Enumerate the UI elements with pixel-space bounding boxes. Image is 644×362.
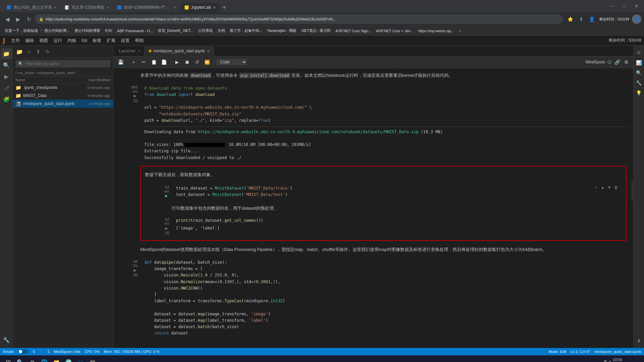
tab-active-4[interactable]: 🟨 JupyterLab ✕ [180, 3, 220, 12]
run-indicator-3[interactable]: ▶ [164, 193, 169, 199]
bookmark-third[interactable]: 第三节：必备中间... [228, 28, 264, 34]
refresh-button[interactable]: ↻ [44, 48, 52, 56]
menu-run[interactable]: 运行 [51, 37, 64, 44]
tab-close-3[interactable]: ✕ [174, 6, 176, 9]
file-item-notebook[interactable]: 📓 mindspore_quick_start.ipynb a minute a… [13, 100, 113, 108]
menu-kernel[interactable]: 内核 [65, 37, 78, 44]
tab-notebook-active[interactable]: mindspore_quick_start.ipynb ✕ [144, 46, 214, 56]
reload-button[interactable]: ↻ [24, 14, 34, 24]
save-button[interactable]: 💾 [116, 58, 125, 66]
tab-inactive-3[interactable]: 🟦 徐涛+13960699696+产品体验评 ✕ [113, 3, 180, 12]
bookmark-net[interactable]: .NET笔记 - 垂川民 [299, 28, 333, 34]
new-file-button[interactable]: + [25, 48, 33, 56]
menu-settings[interactable]: 设置 [119, 37, 132, 44]
notebook-tab-close[interactable]: ✕ [207, 49, 210, 53]
sidebar-puzzle-icon[interactable]: 🧩 [1, 94, 12, 105]
bookmark-yugong2[interactable]: 愚公代码的博客 [73, 28, 102, 34]
right-sidebar-btn-2[interactable]: 📊 [635, 58, 643, 67]
vscode-taskbar[interactable]: ⬡ [75, 357, 86, 362]
sidebar-git-icon[interactable]: ⎇ [1, 83, 12, 93]
sidebar-build-icon[interactable]: 🔧 [1, 334, 12, 345]
new-folder-button[interactable]: 📁 [15, 48, 24, 56]
menu-file[interactable]: 文件 [9, 37, 22, 44]
bookmark-company[interactable]: 公司系统 [196, 28, 215, 34]
tab-inactive-1[interactable]: 🟦 愚公代码_愚公文字系 ✕ [3, 3, 61, 12]
bookmark-aspnet2[interactable]: ASP.NET Core + Jen... [374, 28, 416, 34]
search-taskbar[interactable]: 🔍 [15, 357, 26, 362]
run-cell-button[interactable]: ▶ [173, 58, 181, 66]
paste-cell-button[interactable]: 📄 [159, 58, 168, 66]
add-cell-button[interactable]: + [129, 58, 138, 66]
tab-launcher[interactable]: Launcher ✕ [115, 46, 144, 56]
gamepad-taskbar[interactable]: 🎮 [87, 357, 98, 362]
menu-extensions[interactable]: 扩展 [105, 37, 118, 44]
tab-close-4[interactable]: ✕ [213, 6, 216, 9]
run-indicator-2[interactable]: ▶ [132, 93, 138, 99]
file-item-mnist[interactable]: 📁 MNIST_Data 4 minutes ago [13, 92, 113, 100]
add-tab-button[interactable]: + [220, 3, 229, 12]
launcher-close[interactable]: ✕ [138, 49, 140, 53]
restart-button[interactable]: ↺ [193, 58, 201, 66]
start-button[interactable]: ⊞ [3, 357, 13, 362]
restart-run-button[interactable]: ⏩ [203, 58, 212, 66]
share-button[interactable]: 🔗 [614, 59, 620, 65]
bookmark-docs[interactable]: 文档 [216, 28, 227, 34]
maximize-button[interactable]: □ [620, 1, 629, 11]
file-item-checkpoints[interactable]: 📁 .ipynb_checkpoints 5 minutes ago [13, 84, 113, 92]
upload-button[interactable]: ⬆ [34, 48, 42, 56]
extension-btn-2[interactable]: ⬇ [577, 14, 586, 24]
cut-cell-button[interactable]: ✂ [139, 58, 148, 66]
explorer-taskbar[interactable]: 📁 [51, 357, 62, 362]
run-indicator-5[interactable]: ▶ [132, 267, 138, 273]
sidebar-file-icon[interactable]: 📁 [1, 48, 12, 59]
chrome-taskbar[interactable]: 🌍 [63, 357, 74, 362]
extension-btn-1[interactable]: ⭐ [566, 14, 575, 24]
tab-close-2[interactable]: ✕ [106, 6, 109, 9]
menu-git[interactable]: Git [80, 37, 89, 44]
bookmark-wechat[interactable]: https://mp.weixin.qq... [416, 28, 456, 34]
back-button[interactable]: ◀ [3, 14, 12, 24]
bookmark-baidu[interactable]: 百度一下，你就知道 [3, 28, 40, 34]
bookmark-yao[interactable]: Yaopengfei - 博园 [265, 28, 298, 34]
col-name-header[interactable]: Name [15, 78, 67, 82]
bookmark-aspnet1[interactable]: ASP.NET Core Sign... [333, 28, 373, 34]
file-search-input[interactable] [25, 61, 108, 66]
edge-taskbar[interactable]: 🌐 [39, 357, 50, 362]
right-sidebar-btn-3[interactable]: 🔍 [635, 68, 643, 77]
settings-button[interactable]: ⚙ [622, 58, 631, 66]
right-sidebar-btn-4[interactable]: 🔧 [635, 79, 643, 87]
taskview-button[interactable]: ⧉ [27, 357, 38, 362]
sidebar-run-icon[interactable]: ▶ [1, 71, 12, 82]
run-indicator-4[interactable]: ▶ [164, 225, 169, 231]
close-button[interactable]: ✕ [632, 1, 641, 11]
menu-edit[interactable]: 编辑 [23, 37, 36, 44]
minimize-button[interactable]: ─ [608, 1, 617, 11]
bookmark-dingding[interactable]: 钉钉 [103, 28, 114, 34]
add-cell-above[interactable]: + [593, 185, 599, 191]
address-bar[interactable]: 🔒 https://authoring-modelarts-cnnorth4.h… [35, 14, 563, 24]
move-cell-down[interactable]: ▼ [606, 185, 612, 191]
simple-toggle[interactable] [18, 349, 29, 354]
extension-btn-3[interactable]: 👤 [587, 14, 597, 24]
menu-tabs[interactable]: 标签 [91, 37, 103, 44]
profile-button[interactable]: 👤 [632, 14, 641, 24]
copy-cell-button[interactable]: 📋 [149, 58, 158, 66]
delete-cell[interactable]: 🗑 [613, 185, 619, 191]
right-sidebar-btn-1[interactable]: ⚙ [635, 48, 643, 57]
cell-type-select[interactable]: Code Markdown Raw [216, 59, 247, 65]
tab-close-1[interactable]: ✕ [54, 6, 57, 9]
bookmark-dotnet[interactable]: 首页_Dotnet9_.NET... [156, 28, 195, 34]
sidebar-search-icon[interactable]: 🔍 [1, 60, 12, 70]
move-cell-up[interactable]: ▲ [600, 185, 606, 191]
menu-view[interactable]: 视图 [37, 37, 50, 44]
bookmarks-more[interactable]: » [457, 28, 463, 34]
interrupt-button[interactable]: ⏹ [183, 58, 191, 66]
bookmark-yugong1[interactable]: 愚公代码的博... [42, 28, 72, 34]
menu-help[interactable]: 帮助 [133, 37, 146, 44]
col-modified-header[interactable]: Last Modified [67, 78, 110, 82]
bookmark-abp[interactable]: ABP Framework - O... [115, 28, 155, 34]
tab-inactive-2[interactable]: 📝 写文章-CSDN博客 ✕ [61, 3, 113, 12]
forward-button[interactable]: ▶ [13, 14, 23, 24]
right-sidebar-btn-6[interactable]: ⬇ [635, 337, 643, 345]
right-sidebar-btn-5[interactable]: 💡 [635, 89, 643, 97]
